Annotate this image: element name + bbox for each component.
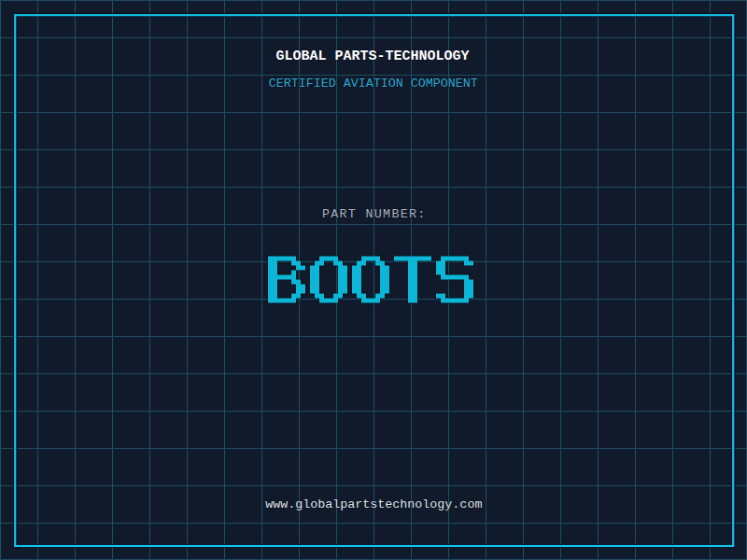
svg-text:www.globalpartstechnology.com: www.globalpartstechnology.com bbox=[265, 497, 482, 511]
svg-text:PART NUMBER:: PART NUMBER: bbox=[322, 207, 427, 221]
svg-text:GLOBAL PARTS-TECHNOLOGY: GLOBAL PARTS-TECHNOLOGY bbox=[275, 49, 469, 64]
svg-text:CERTIFIED AVIATION COMPONENT: CERTIFIED AVIATION COMPONENT bbox=[269, 77, 478, 91]
